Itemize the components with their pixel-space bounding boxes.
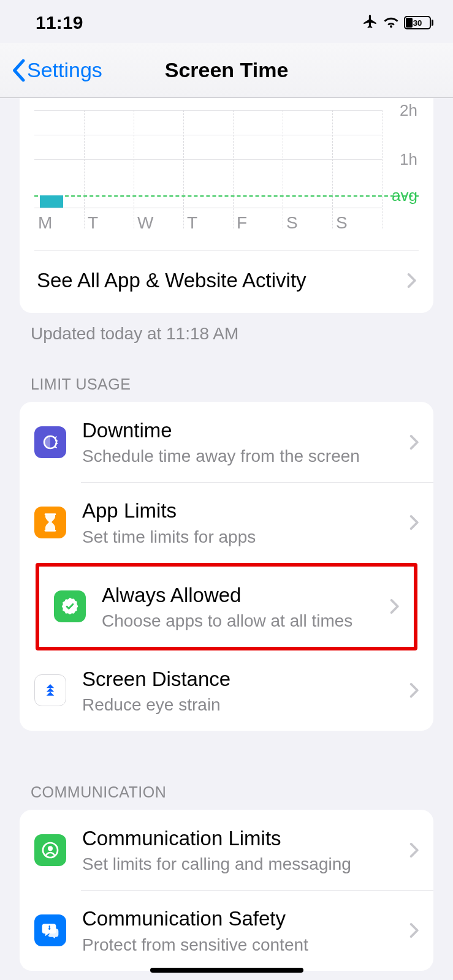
chevron-right-icon: [406, 273, 416, 288]
see-all-activity-row[interactable]: See All App & Website Activity: [20, 251, 433, 313]
row-title: Always Allowed: [102, 582, 383, 608]
chevron-right-icon: [409, 842, 419, 858]
row-downtime[interactable]: Downtime Schedule time away from the scr…: [20, 402, 433, 482]
row-communication-limits[interactable]: Communication Limits Set limits for call…: [20, 810, 433, 890]
status-time: 11:19: [36, 12, 83, 33]
row-subtitle: Set limits for calling and messaging: [82, 854, 403, 874]
screen-distance-icon: [34, 674, 66, 706]
chevron-right-icon: [409, 434, 419, 450]
svg-point-5: [48, 928, 50, 930]
row-app-limits[interactable]: App Limits Set time limits for apps: [20, 482, 433, 562]
downtime-icon: [34, 426, 66, 458]
activity-card: 1h2havg MTWTFSS See All App & Website Ac…: [20, 98, 433, 313]
row-always-allowed[interactable]: Always Allowed Choose apps to allow at a…: [39, 567, 414, 647]
row-title: Downtime: [82, 418, 403, 443]
wifi-icon: [383, 15, 399, 31]
x-tick-label: M: [34, 213, 84, 233]
svg-rect-6: [49, 925, 50, 928]
airplane-mode-icon: [362, 13, 378, 32]
section-label-communication: COMMUNICATION: [0, 783, 453, 810]
row-subtitle: Choose apps to allow at all times: [102, 611, 383, 631]
chevron-left-icon: [11, 59, 26, 82]
communication-card: Communication Limits Set limits for call…: [20, 810, 433, 971]
svg-point-4: [48, 846, 53, 851]
see-all-activity-label: See All App & Website Activity: [37, 269, 306, 292]
usage-bar: [40, 195, 63, 208]
battery-percent: 30: [405, 18, 430, 28]
activity-updated-label: Updated today at 11:18 AM: [0, 313, 453, 344]
section-label-limit-usage: LIMIT USAGE: [0, 375, 453, 402]
row-title: Screen Distance: [82, 666, 403, 692]
nav-header: Settings Screen Time: [0, 43, 453, 98]
usage-chart: 1h2havg MTWTFSS: [20, 98, 433, 251]
row-subtitle: Schedule time away from the screen: [82, 447, 403, 466]
row-title: Communication Safety: [82, 906, 403, 931]
back-button[interactable]: Settings: [0, 58, 102, 82]
chevron-right-icon: [389, 598, 399, 614]
row-title: Communication Limits: [82, 826, 403, 851]
limit-usage-card: Downtime Schedule time away from the scr…: [20, 402, 433, 731]
x-tick-label: S: [332, 213, 382, 233]
highlight-always-allowed: Always Allowed Choose apps to allow at a…: [36, 563, 417, 650]
y-tick-label: 2h: [400, 101, 417, 120]
row-subtitle: Set time limits for apps: [82, 527, 403, 547]
back-label: Settings: [27, 58, 102, 82]
chevron-right-icon: [409, 922, 419, 938]
battery-icon: 30: [404, 16, 433, 29]
status-indicators: 30: [362, 13, 433, 32]
chevron-right-icon: [409, 682, 419, 698]
row-subtitle: Protect from sensitive content: [82, 935, 403, 955]
avg-label: avg: [392, 186, 417, 205]
x-tick-label: F: [233, 213, 283, 233]
x-tick-label: S: [283, 213, 332, 233]
x-tick-label: T: [183, 213, 233, 233]
svg-rect-1: [45, 513, 56, 515]
row-title: App Limits: [82, 498, 403, 523]
row-screen-distance[interactable]: Screen Distance Reduce eye strain: [20, 650, 433, 731]
hourglass-icon: [34, 507, 66, 538]
chevron-right-icon: [409, 514, 419, 530]
x-tick-label: W: [134, 213, 183, 233]
svg-rect-2: [45, 530, 56, 532]
row-communication-safety[interactable]: Communication Safety Protect from sensit…: [20, 890, 433, 970]
home-indicator[interactable]: [150, 968, 303, 973]
row-subtitle: Reduce eye strain: [82, 695, 403, 715]
x-tick-label: T: [84, 213, 134, 233]
status-bar: 11:19 30: [0, 0, 453, 43]
chat-alert-icon: [34, 914, 66, 946]
person-circle-icon: [34, 834, 66, 866]
y-tick-label: 1h: [400, 149, 417, 168]
check-seal-icon: [54, 590, 86, 622]
